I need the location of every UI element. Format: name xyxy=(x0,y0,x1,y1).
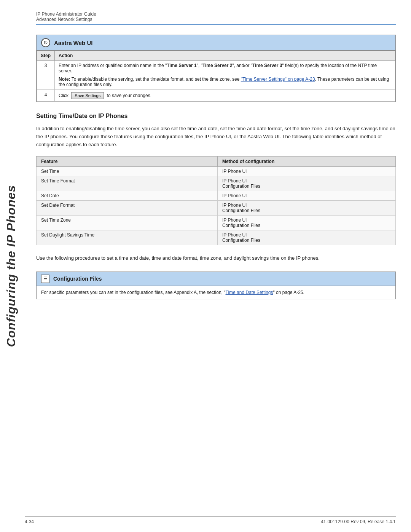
table-row: Set Daylight Savings TimeIP Phone UIConf… xyxy=(37,230,396,245)
sidebar-text: Configuring the IP Phones xyxy=(5,185,19,347)
step-3-note: Note: To enable/disable time serving, se… xyxy=(59,77,391,87)
method-cell: IP Phone UI xyxy=(217,167,395,176)
feature-cell: Set Date xyxy=(37,191,218,201)
feature-col-header: Feature xyxy=(37,157,218,167)
aastra-web-ui-box: ↻ Aastra Web UI Step Action 3 Enter an I… xyxy=(36,35,396,102)
step-number-4: 4 xyxy=(37,90,55,102)
footer-page-number: 4-34 xyxy=(25,519,34,524)
time-and-date-settings-link[interactable]: Time and Date Settings xyxy=(226,290,273,295)
table-row: Set TimeIP Phone UI xyxy=(37,167,396,176)
breadcrumb-line1: IP Phone Administrator Guide xyxy=(36,11,396,17)
method-cell: IP Phone UIConfiguration Files xyxy=(217,216,395,230)
step-3-main-text: Enter an IP address or qualified domain … xyxy=(59,63,391,73)
feature-table: Feature Method of configuration Set Time… xyxy=(36,156,396,245)
config-box-body: For specific parameters you can set in t… xyxy=(37,286,395,299)
aastra-col-action: Action xyxy=(55,51,395,61)
page-header: IP Phone Administrator Guide Advanced Ne… xyxy=(36,11,396,25)
table-row: Set Time FormatIP Phone UIConfiguration … xyxy=(37,176,396,191)
table-row: Set Date FormatIP Phone UIConfiguration … xyxy=(37,201,396,216)
method-col-header: Method of configuration xyxy=(217,157,395,167)
config-files-box: ☰ Configuration Files For specific param… xyxy=(36,272,396,299)
server1-label: Time Server 1 xyxy=(167,63,197,68)
config-body-suffix: " on page A-25. xyxy=(273,290,304,295)
method-cell: IP Phone UI xyxy=(217,191,395,201)
config-box-title: Configuration Files xyxy=(53,276,102,282)
server2-label: Time Server 2 xyxy=(202,63,233,68)
feature-cell: Set Time Zone xyxy=(37,216,218,230)
main-content: IP Phone Administrator Guide Advanced Ne… xyxy=(25,0,411,326)
step-number-3: 3 xyxy=(37,61,55,90)
section-heading: Setting Time/Date on IP Phones xyxy=(36,113,396,120)
server3-label: Time Server 3 xyxy=(252,63,282,68)
method-cell: IP Phone UIConfiguration Files xyxy=(217,201,395,216)
method-cell: IP Phone UIConfiguration Files xyxy=(217,230,395,245)
feature-cell: Set Date Format xyxy=(37,201,218,216)
table-row: 3 Enter an IP address or qualified domai… xyxy=(37,61,395,90)
table-row: Set DateIP Phone UI xyxy=(37,191,396,201)
feature-cell: Set Time Format xyxy=(37,176,218,191)
step-3-content: Enter an IP address or qualified domain … xyxy=(55,61,395,90)
breadcrumb-line2: Advanced Network Settings xyxy=(36,17,396,22)
method-cell: IP Phone UIConfiguration Files xyxy=(217,176,395,191)
note-label: Note: xyxy=(59,77,70,82)
sidebar: Configuring the IP Phones xyxy=(0,0,23,532)
page-footer: 4-34 41-001129-00 Rev 09, Release 1.4.1 xyxy=(25,516,396,524)
step-4-click-text: Click xyxy=(59,93,70,98)
bottom-paragraph: Use the following procedures to set a ti… xyxy=(36,254,396,262)
time-server-settings-link[interactable]: "Time Server Settings" on page A-23 xyxy=(241,77,315,82)
save-settings-button[interactable]: Save Settings xyxy=(71,92,104,99)
aastra-steps-table: Step Action 3 Enter an IP address or qua… xyxy=(37,51,395,102)
table-row: Set Time ZoneIP Phone UIConfiguration Fi… xyxy=(37,216,396,230)
aastra-icon: ↻ xyxy=(41,38,50,47)
feature-cell: Set Time xyxy=(37,167,218,176)
config-file-icon: ☰ xyxy=(41,275,49,283)
footer-doc-info: 41-001129-00 Rev 09, Release 1.4.1 xyxy=(321,519,396,524)
aastra-col-step: Step xyxy=(37,51,55,61)
config-box-header: ☰ Configuration Files xyxy=(37,272,395,286)
aastra-box-title: Aastra Web UI xyxy=(54,40,92,46)
config-body-prefix: For specific parameters you can set in t… xyxy=(41,290,226,295)
table-row: 4 Click Save Settings to save your chang… xyxy=(37,90,395,102)
step-4-content: Click Save Settings to save your changes… xyxy=(55,90,395,102)
section-body-paragraph: In addition to enabling/disabling the ti… xyxy=(36,125,396,149)
step-4-suffix-text: to save your changes. xyxy=(107,93,151,98)
feature-cell: Set Daylight Savings Time xyxy=(37,230,218,245)
aastra-box-header: ↻ Aastra Web UI xyxy=(37,35,395,51)
